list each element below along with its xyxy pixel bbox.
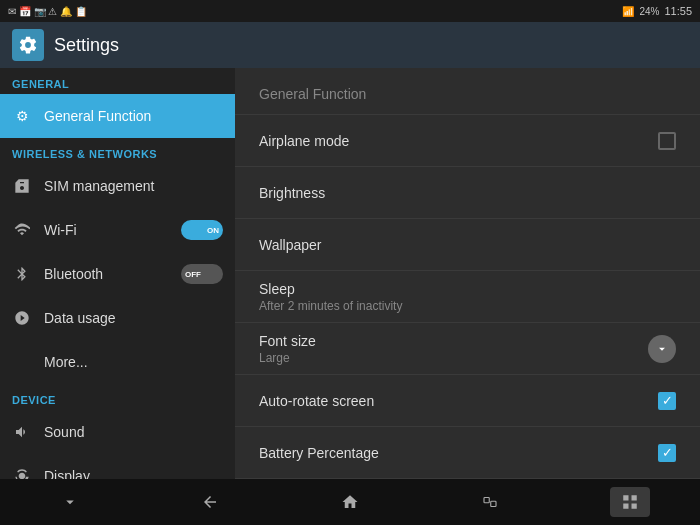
battery-percent: 24%	[639, 6, 659, 17]
bluetooth-toggle[interactable]: OFF	[181, 264, 223, 284]
title-bar: Settings	[0, 22, 700, 68]
setting-content-font: Font size Large	[259, 333, 644, 365]
sidebar-section-general: GENERAL	[0, 68, 235, 94]
svg-rect-0	[484, 498, 489, 503]
setting-content-rotate: Auto-rotate screen	[259, 393, 644, 409]
setting-row-auto-rotate[interactable]: Auto-rotate screen	[235, 375, 700, 427]
panel-title: General Function	[235, 68, 700, 115]
brightness-label: Brightness	[259, 185, 676, 201]
nav-back-button[interactable]	[190, 487, 230, 517]
sidebar-item-data-usage[interactable]: Data usage	[0, 296, 235, 340]
settings-list: Airplane mode Brightness Wallpaper	[235, 115, 700, 479]
right-panel: General Function Airplane mode Brightnes…	[235, 68, 700, 479]
airplane-mode-control[interactable]	[644, 132, 676, 150]
more-icon	[12, 352, 32, 372]
nav-home-button[interactable]	[330, 487, 370, 517]
sidebar-section-device: DEVICE	[0, 384, 235, 410]
battery-pct-checkbox[interactable]	[658, 444, 676, 462]
display-icon	[12, 466, 32, 479]
sound-icon	[12, 422, 32, 442]
sidebar: GENERAL ⚙ General Function WIRELESS & NE…	[0, 68, 235, 479]
bluetooth-toggle-text: OFF	[185, 270, 201, 279]
wifi-status-icon: 📶	[622, 6, 634, 17]
setting-row-wallpaper[interactable]: Wallpaper	[235, 219, 700, 271]
data-usage-icon	[12, 308, 32, 328]
data-usage-label: Data usage	[44, 310, 223, 326]
settings-app-icon	[12, 29, 44, 61]
display-label: Display	[44, 468, 223, 479]
wifi-toggle[interactable]: ON	[181, 220, 223, 240]
sidebar-item-bluetooth[interactable]: Bluetooth OFF	[0, 252, 235, 296]
nav-down-button[interactable]	[50, 487, 90, 517]
wifi-label: Wi-Fi	[44, 222, 169, 238]
time-display: 11:55	[664, 5, 692, 17]
svg-rect-3	[632, 495, 637, 500]
auto-rotate-checkbox[interactable]	[658, 392, 676, 410]
setting-content-battery: Battery Percentage	[259, 445, 644, 461]
battery-pct-control[interactable]	[644, 444, 676, 462]
setting-row-airplane-mode[interactable]: Airplane mode	[235, 115, 700, 167]
svg-rect-5	[632, 504, 637, 509]
status-icons: ✉ 📅 📷 ⚠ 🔔 📋	[8, 6, 87, 17]
sidebar-section-wireless: WIRELESS & NETWORKS	[0, 138, 235, 164]
more-label: More...	[44, 354, 223, 370]
main-content: GENERAL ⚙ General Function WIRELESS & NE…	[0, 68, 700, 479]
auto-rotate-control[interactable]	[644, 392, 676, 410]
airplane-mode-checkbox[interactable]	[658, 132, 676, 150]
sidebar-item-general-function[interactable]: ⚙ General Function	[0, 94, 235, 138]
sidebar-item-display[interactable]: Display	[0, 454, 235, 479]
nav-grid-button[interactable]	[610, 487, 650, 517]
gear-icon: ⚙	[12, 106, 32, 126]
wifi-icon	[12, 220, 32, 240]
font-size-sub: Large	[259, 351, 644, 365]
wallpaper-label: Wallpaper	[259, 237, 676, 253]
bluetooth-icon	[12, 264, 32, 284]
sidebar-item-sound[interactable]: Sound	[0, 410, 235, 454]
setting-row-battery-pct[interactable]: Battery Percentage	[235, 427, 700, 479]
setting-row-sleep[interactable]: Sleep After 2 minutes of inactivity	[235, 271, 700, 323]
sidebar-item-more[interactable]: More...	[0, 340, 235, 384]
setting-content-airplane: Airplane mode	[259, 133, 644, 149]
general-function-label: General Function	[44, 108, 223, 124]
bluetooth-label: Bluetooth	[44, 266, 169, 282]
battery-pct-label: Battery Percentage	[259, 445, 644, 461]
nav-bar	[0, 479, 700, 525]
font-size-label: Font size	[259, 333, 644, 349]
setting-row-brightness[interactable]: Brightness	[235, 167, 700, 219]
status-right: 📶 24% 11:55	[622, 5, 692, 17]
sidebar-item-sim[interactable]: SIM management	[0, 164, 235, 208]
setting-content-sleep: Sleep After 2 minutes of inactivity	[259, 281, 676, 313]
auto-rotate-label: Auto-rotate screen	[259, 393, 644, 409]
sim-label: SIM management	[44, 178, 223, 194]
scroll-indicator-icon[interactable]	[648, 335, 676, 363]
svg-rect-4	[623, 504, 628, 509]
airplane-mode-label: Airplane mode	[259, 133, 644, 149]
wifi-toggle-text: ON	[207, 226, 219, 235]
setting-content-wallpaper: Wallpaper	[259, 237, 676, 253]
svg-rect-1	[491, 501, 496, 506]
setting-row-font-size[interactable]: Font size Large	[235, 323, 700, 375]
status-bar: ✉ 📅 📷 ⚠ 🔔 📋 📶 24% 11:55	[0, 0, 700, 22]
sim-icon	[12, 176, 32, 196]
sleep-label: Sleep	[259, 281, 676, 297]
svg-rect-2	[623, 495, 628, 500]
page-title: Settings	[54, 35, 119, 56]
setting-content-brightness: Brightness	[259, 185, 676, 201]
sidebar-item-wifi[interactable]: Wi-Fi ON	[0, 208, 235, 252]
font-size-scroll[interactable]	[644, 335, 676, 363]
nav-recents-button[interactable]	[470, 487, 510, 517]
sleep-sub: After 2 minutes of inactivity	[259, 299, 676, 313]
sound-label: Sound	[44, 424, 223, 440]
